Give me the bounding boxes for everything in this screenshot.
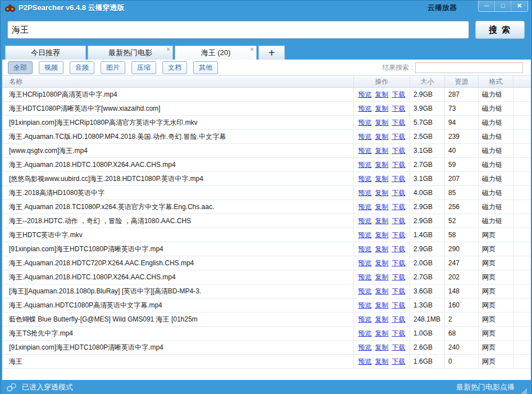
copy-link[interactable]: 复制 xyxy=(375,343,389,352)
preview-link[interactable]: 预览 xyxy=(358,188,372,198)
copy-link[interactable]: 复制 xyxy=(375,357,389,366)
table-row[interactable]: [www.qsgtv.com]海王.mp4 预览 复制 下载 3.1GB 40 … xyxy=(2,144,531,158)
table-row[interactable]: [91xinpian.com]海王HDTC1080P清晰英语中字.mp4 预览 … xyxy=(2,242,531,256)
preview-link[interactable]: 预览 xyxy=(358,216,372,226)
download-link[interactable]: 下载 xyxy=(392,230,406,240)
copy-link[interactable]: 复制 xyxy=(375,301,389,310)
table-row[interactable]: 藍色蝴蝶 Blue Butterfly-[G@MES] Wild GMS091 … xyxy=(2,313,531,327)
tab-close-icon[interactable]: × xyxy=(166,46,170,53)
minimize-button[interactable]: ─ xyxy=(479,1,495,11)
table-row[interactable]: 海王HCRip1080P高清英语中字.mp4 预览 复制 下载 2.9GB 28… xyxy=(2,88,531,102)
maximize-button[interactable]: □ xyxy=(495,1,511,11)
new-tab-button[interactable]: + xyxy=(258,46,285,60)
table-row[interactable]: 海王--2018.HDTC.动作 ，奇幻 ，冒险 ，高清1080.AAC.CHS… xyxy=(2,214,531,228)
copy-link[interactable]: 复制 xyxy=(375,160,389,170)
download-link[interactable]: 下载 xyxy=(392,329,406,338)
table-row[interactable]: [91xinpian.com]海王HDTC1080P清晰英语中字.mp4 预览 … xyxy=(2,341,531,355)
preview-link[interactable]: 预览 xyxy=(358,160,372,170)
filter-button-压缩[interactable]: 压缩 xyxy=(131,61,156,74)
resize-grip[interactable] xyxy=(520,388,527,394)
copy-link[interactable]: 复制 xyxy=(375,244,389,254)
copy-link[interactable]: 复制 xyxy=(375,273,389,282)
close-button[interactable]: ✕ xyxy=(511,1,528,11)
download-link[interactable]: 下载 xyxy=(392,216,406,226)
download-link[interactable]: 下载 xyxy=(392,202,406,212)
search-button[interactable]: 搜 索 xyxy=(475,21,525,39)
table-row[interactable]: [悠悠鸟影视www.uubird.cc]海王.2018.HDTC1080P.英语… xyxy=(2,172,531,186)
filter-button-其他[interactable]: 其他 xyxy=(193,61,218,74)
download-link[interactable]: 下载 xyxy=(392,273,406,282)
download-link[interactable]: 下载 xyxy=(392,315,406,324)
tab-close-icon[interactable]: × xyxy=(250,46,254,53)
table-row[interactable]: 海王 Aquaman 2018.TC1080P.x264.英语官方中文字幕.En… xyxy=(2,200,531,214)
table-row[interactable]: 海王.Aquaman.2018.HDTC.1080P.X264.AAC.CHS.… xyxy=(2,158,531,172)
tab-3[interactable]: 海王 (20)× xyxy=(175,46,257,60)
table-row[interactable]: 海王.Aquaman.2018.HDTC.1080P.X264.AAC.CHS.… xyxy=(2,270,531,284)
preview-link[interactable]: 预览 xyxy=(358,230,372,240)
preview-link[interactable]: 预览 xyxy=(358,273,372,282)
filter-button-音频[interactable]: 音频 xyxy=(70,61,94,74)
download-link[interactable]: 下载 xyxy=(392,160,406,170)
filter-button-文档[interactable]: 文档 xyxy=(162,61,187,74)
preview-link[interactable]: 预览 xyxy=(358,287,372,296)
column-header-actions[interactable]: 操作 xyxy=(353,76,410,87)
copy-link[interactable]: 复制 xyxy=(375,315,389,324)
copy-link[interactable]: 复制 xyxy=(375,188,389,198)
copy-link[interactable]: 复制 xyxy=(375,118,389,128)
preview-link[interactable]: 预览 xyxy=(358,343,372,352)
filter-button-全部[interactable]: 全部 xyxy=(8,61,33,74)
result-search-input[interactable] xyxy=(415,62,523,73)
table-row[interactable]: [91xinpian.com]海王HCRip1080P高清官方英语中字无水印.m… xyxy=(2,116,531,130)
copy-link[interactable]: 复制 xyxy=(375,132,389,142)
copy-link[interactable]: 复制 xyxy=(375,104,389,114)
table-row[interactable]: [海王][Aquaman.2018.1080p.BluRay] [英语中字][高… xyxy=(2,284,531,298)
column-header-format[interactable]: 格式 xyxy=(478,76,513,87)
preview-link[interactable]: 预览 xyxy=(358,174,372,184)
hot-movies-link[interactable]: 最新热门电影点播 xyxy=(456,382,515,392)
preview-link[interactable]: 预览 xyxy=(358,202,372,212)
copy-link[interactable]: 复制 xyxy=(375,329,389,338)
column-header-size[interactable]: 大小 xyxy=(410,76,444,87)
download-link[interactable]: 下载 xyxy=(392,90,406,99)
preview-link[interactable]: 预览 xyxy=(358,301,372,310)
download-link[interactable]: 下载 xyxy=(392,174,406,184)
preview-link[interactable]: 预览 xyxy=(358,329,372,338)
table-row[interactable]: 海王 预览 复制 下载 1.6GB 0 网页 xyxy=(2,355,531,369)
download-link[interactable]: 下载 xyxy=(392,301,406,310)
filter-button-视频[interactable]: 视频 xyxy=(39,61,63,74)
table-row[interactable]: 海王HDTC英语中字.mkv 预览 复制 下载 1.4GB 58 网页 xyxy=(2,228,531,242)
copy-link[interactable]: 复制 xyxy=(375,146,389,156)
preview-link[interactable]: 预览 xyxy=(358,244,372,254)
copy-link[interactable]: 复制 xyxy=(375,287,389,296)
download-link[interactable]: 下载 xyxy=(392,146,406,156)
download-link[interactable]: 下载 xyxy=(392,259,406,268)
preview-link[interactable]: 预览 xyxy=(358,104,372,114)
preview-link[interactable]: 预览 xyxy=(358,146,372,156)
download-link[interactable]: 下载 xyxy=(392,132,406,142)
download-link[interactable]: 下载 xyxy=(392,118,406,128)
search-input[interactable] xyxy=(7,21,469,39)
copy-link[interactable]: 复制 xyxy=(375,216,389,226)
table-row[interactable]: 海王.Aquaman.TC版.HD.1080P.MP4.2018.美国.动作.奇… xyxy=(2,130,531,144)
download-link[interactable]: 下载 xyxy=(392,188,406,198)
preview-link[interactable]: 预览 xyxy=(358,118,372,128)
download-link[interactable]: 下载 xyxy=(392,287,406,296)
table-row[interactable]: 海王TS抢先中字.mp4 预览 复制 下载 1.0GB 68 网页 xyxy=(2,327,531,341)
column-header-resources[interactable]: 资源 xyxy=(444,76,478,87)
preview-link[interactable]: 预览 xyxy=(358,132,372,142)
preview-link[interactable]: 预览 xyxy=(358,315,372,324)
tab-2[interactable]: 最新热门电影× xyxy=(88,46,173,60)
table-row[interactable]: 海王HDTC1080P清晰英语中字[www.xiazaihd.com] 预览 复… xyxy=(2,102,531,116)
download-link[interactable]: 下载 xyxy=(392,357,406,366)
cloud-player-button[interactable]: 云播放器 xyxy=(428,3,457,13)
copy-link[interactable]: 复制 xyxy=(375,230,389,240)
table-row[interactable]: 海王.Aquaman.2018.HDTC720P.X264.AAC.Englis… xyxy=(2,256,531,270)
table-row[interactable]: 海王.Aquaman.HDTC1080P高清英语中文字幕.mp4 预览 复制 下… xyxy=(2,298,531,313)
preview-link[interactable]: 预览 xyxy=(358,90,372,99)
copy-link[interactable]: 复制 xyxy=(375,174,389,184)
copy-link[interactable]: 复制 xyxy=(375,90,389,99)
preview-link[interactable]: 预览 xyxy=(358,357,372,366)
filter-button-图片[interactable]: 图片 xyxy=(101,61,125,74)
preview-link[interactable]: 预览 xyxy=(358,259,372,268)
download-link[interactable]: 下载 xyxy=(392,343,406,352)
